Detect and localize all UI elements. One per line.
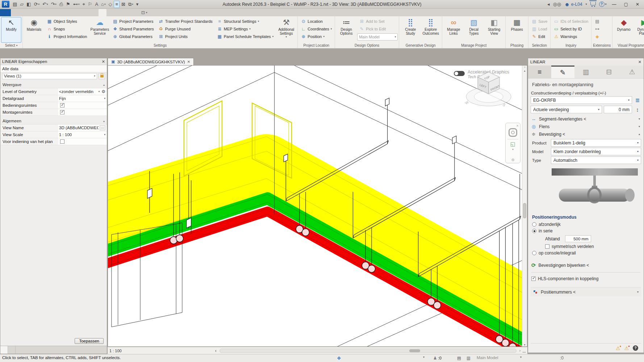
ribbon-button-pick-to-edit[interactable]: ✎ Pick to Edit: [357, 25, 398, 33]
ribbon-button-phases[interactable]: ▦ Phases: [507, 17, 527, 43]
property-row-bedieningsruimtes[interactable]: Bedieningsruimtes: [0, 102, 107, 109]
storey-select[interactable]: EG-OKRFB ▾: [531, 96, 632, 104]
back-arrow-icon[interactable]: ◂: [547, 1, 550, 7]
tab-collaborate[interactable]: [83, 9, 91, 16]
edit-value-icon[interactable]: ⋯: [100, 125, 105, 130]
qat-button-aligned-dimension[interactable]: ⌖: [81, 1, 86, 8]
checkbox[interactable]: [531, 277, 536, 281]
bevestiging-row[interactable]: ≑ Bevestiging < ▴: [531, 130, 641, 138]
account-button[interactable]: ☻ e-L04: [564, 1, 582, 7]
resize-grip[interactable]: [523, 349, 526, 353]
position-numbers-row[interactable]: Positienummers < ▾: [531, 287, 641, 296]
ribbon-button-extension-shield[interactable]: ◈: [593, 33, 603, 40]
qat-button-print[interactable]: ⎙: [58, 1, 64, 8]
measure-offset-icon[interactable]: ↕: [634, 106, 641, 113]
ribbon-button-design-option-select[interactable]: Main Model ▾: [357, 33, 398, 41]
panel-tab-menu[interactable]: ≡: [528, 66, 551, 78]
ribbon-button-position[interactable]: ⊕ Position ▾: [299, 33, 334, 40]
views-selector[interactable]: Views (1) ▾: [2, 73, 97, 79]
ribbon-button-project-information[interactable]: ℹ Project Information: [45, 33, 89, 40]
search-icon[interactable]: ◎◎: [553, 1, 561, 7]
ribbon-button-edit-selection[interactable]: ✎ Edit: [530, 33, 549, 40]
qat-button-section-flag[interactable]: ⚑: [65, 1, 71, 8]
ribbon-button-project-parameters[interactable]: ▤ Project Parameters: [110, 18, 155, 25]
ribbon-group-label[interactable]: Manage Project: [442, 43, 505, 48]
tab-annotate[interactable]: [59, 9, 67, 16]
close-icon[interactable]: ✕: [102, 59, 105, 64]
tab-structure[interactable]: [19, 9, 27, 16]
ribbon-button-mep-settings[interactable]: ≣ MEP Settings ▾: [215, 25, 276, 33]
product-select[interactable]: Buisklem 1-delig ▾: [551, 139, 641, 147]
scroll-down-icon[interactable]: ▾: [524, 343, 525, 346]
radio-op-console[interactable]: op console/inlegrail: [532, 251, 641, 256]
scroll-thumb[interactable]: [523, 203, 526, 218]
ribbon-button-parameters-service[interactable]: ☁ Parameters Service: [89, 17, 110, 43]
panel-tab-properties[interactable]: [8, 346, 16, 354]
ribbon-button-dynamo[interactable]: ◆ Dynamo: [614, 17, 634, 43]
flens-row[interactable]: ◎ Flens ▾: [531, 123, 641, 130]
tab-linear[interactable]: [114, 9, 122, 16]
ribbon-group-label[interactable]: Visual Programming: [612, 43, 644, 48]
main-model-label[interactable]: Main Model: [477, 355, 498, 360]
section-algemeen[interactable]: Algemeen ▴: [0, 118, 107, 125]
ribbon-button-transfer-project-standards[interactable]: ⇄ Transfer Project Standards: [156, 18, 214, 25]
active-workset-indicator[interactable]: ♟ :0: [433, 355, 442, 361]
design-options-icon[interactable]: ▤: [457, 355, 461, 361]
chevron-down-icon[interactable]: ▾: [512, 148, 514, 151]
ribbon-group-label[interactable]: Phasing: [506, 43, 528, 48]
close-icon[interactable]: ✕: [187, 60, 190, 64]
tab-linear-tools[interactable]: [122, 9, 130, 16]
main-model-icon[interactable]: ▥: [467, 355, 471, 361]
building-storey-icon[interactable]: ≣: [634, 97, 641, 104]
tab-steel[interactable]: [27, 9, 35, 16]
hls-checkbox-row[interactable]: HLS-componenten in koppeling: [531, 276, 641, 281]
ribbon-button-select-by-id[interactable]: ▭ Select by ID: [552, 25, 590, 33]
ribbon-button-load-selection[interactable]: ▥ Load: [530, 25, 549, 33]
tab-architecture[interactable]: [11, 9, 19, 16]
ribbon-button-extension-workflow[interactable]: ⊶: [593, 25, 603, 33]
3d-model-canvas[interactable]: [108, 66, 522, 346]
ribbon-button-object-styles[interactable]: ▦ Object Styles: [45, 18, 89, 25]
tab-massing-site[interactable]: [75, 9, 83, 16]
checkbox[interactable]: [60, 139, 64, 144]
ribbon-button-decal-types[interactable]: ▧ Decal Types: [464, 17, 484, 43]
type-select[interactable]: Automatisch ▾: [551, 156, 641, 164]
ribbon-button-purge-unused[interactable]: ♻ Purge Unused: [156, 25, 214, 33]
section-weergave[interactable]: Weergave ▴: [0, 81, 107, 88]
property-row-level-of-geometry[interactable]: Level of Geometry <zonder vermeldin ▾ ⚙: [0, 88, 107, 95]
tab-analyze[interactable]: [67, 9, 75, 16]
symmetric-checkbox-row[interactable]: symmetrisch verdelen: [545, 244, 641, 249]
viewcube[interactable]: W S TOP LEFT FRONT: [460, 66, 517, 110]
checkbox[interactable]: [60, 110, 64, 114]
ribbon-button-warnings[interactable]: ⚠ Warnings: [552, 33, 590, 40]
panel-tab-library[interactable]: ▥: [574, 66, 598, 78]
lock-button[interactable]: [99, 73, 105, 79]
chevron-down-icon[interactable]: ▾: [520, 355, 522, 359]
ribbon-group-label[interactable]: Select ▾: [0, 43, 22, 48]
account-dropdown-icon[interactable]: ▾: [586, 3, 587, 6]
qat-button-undo[interactable]: ↶ ▾: [41, 1, 49, 8]
panel-tab-calculator[interactable]: ⊟: [597, 66, 620, 78]
property-row-montageruimtes[interactable]: Montageruimtes: [0, 109, 107, 116]
scroll-thumb[interactable]: [409, 349, 420, 352]
collapse-icon[interactable]: ⊖: [511, 158, 514, 162]
ribbon-button-location[interactable]: ⊙ Location: [299, 18, 334, 25]
warning-error-icon[interactable]: ⚠×: [624, 345, 629, 351]
qat-button-text[interactable]: A: [94, 1, 99, 8]
ribbon-button-extension-clipboard[interactable]: ▤: [593, 18, 603, 25]
ribbon-button-coordinates[interactable]: ∟ Coordinates ▾: [299, 25, 334, 33]
ribbon-button-modify[interactable]: ↖ Modify: [1, 17, 21, 43]
ribbon-button-snaps[interactable]: ∩ Snaps: [45, 25, 89, 33]
panel-tab-edit[interactable]: ✎: [551, 66, 574, 78]
tab-view[interactable]: [91, 9, 99, 16]
ribbon-button-shared-parameters[interactable]: ❖ Shared Parameters: [110, 25, 155, 33]
ribbon-button-add-to-set[interactable]: ⊞ Add to Set: [357, 18, 398, 25]
tab-file[interactable]: [0, 9, 11, 16]
property-row-view-name[interactable]: View Name 3D (ABBuMCDDWEGGK ⋯: [0, 125, 107, 131]
qat-button-tag-by-category[interactable]: ⚐: [87, 1, 93, 8]
ribbon-button-starting-view[interactable]: ◧ Starting View: [484, 17, 504, 43]
restore-button[interactable]: ▢: [622, 2, 630, 7]
ribbon-button-create-study[interactable]: ⣿ Create Study: [400, 17, 421, 43]
property-row-voor-indiening[interactable]: Voor indiening van het plan: [0, 138, 107, 145]
model-select[interactable]: Klem zonder rubberinleg ▾: [551, 148, 641, 155]
